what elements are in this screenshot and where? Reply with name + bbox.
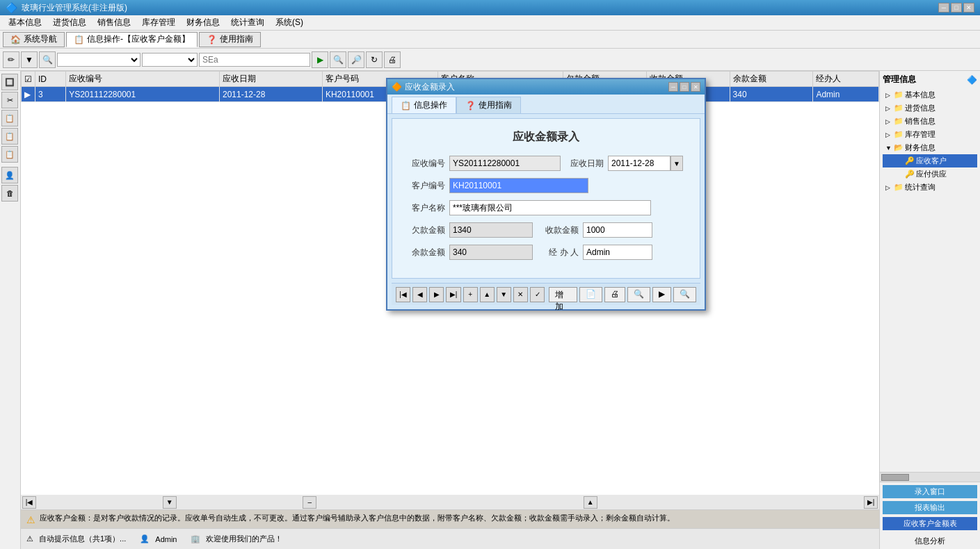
nav-next[interactable]: ▶: [429, 287, 444, 302]
sidebar-icon-2[interactable]: ✂: [1, 92, 18, 108]
action-search2[interactable]: 🔍: [673, 287, 696, 302]
edit-button[interactable]: ✏: [3, 51, 19, 68]
menu-bar: 基本信息 进货信息 销售信息 库存管理 财务信息 统计查询 系统(S): [0, 15, 980, 31]
sidebar-icon-1[interactable]: 🔲: [1, 74, 18, 90]
label-remainder: 余款金额: [406, 247, 445, 259]
modal-minimize[interactable]: ─: [668, 82, 678, 92]
title-controls: ─ □ ✕: [938, 3, 974, 13]
close-button[interactable]: ✕: [963, 3, 974, 13]
bottom-nav-minus[interactable]: –: [303, 496, 316, 509]
tree-inventory[interactable]: ▷ 📁 库存管理: [883, 128, 977, 141]
filter-dropdown1[interactable]: [57, 53, 140, 67]
modal-title-text: 应收金额录入: [405, 81, 455, 93]
input-receivable-code[interactable]: [449, 156, 561, 171]
minimize-button[interactable]: ─: [938, 3, 949, 13]
label-customer-no: 客户编号: [406, 180, 445, 192]
menu-purchase[interactable]: 进货信息: [47, 15, 92, 30]
menu-sales[interactable]: 销售信息: [92, 15, 136, 30]
filter-dropdown2[interactable]: [142, 53, 198, 67]
tree-basic-info[interactable]: ▷ 📁 基本信息: [883, 88, 977, 101]
app-title: 玻璃行业管理系统(非注册版): [22, 2, 127, 14]
nav-add[interactable]: +: [463, 287, 478, 302]
tree-stats[interactable]: ▷ 📁 统计查询: [883, 181, 977, 194]
play-button[interactable]: ▶: [312, 51, 328, 68]
tree-payable[interactable]: 🔑 应付供应: [883, 167, 977, 181]
nav-up[interactable]: ▲: [480, 287, 495, 302]
tree-finance[interactable]: ▼ 📂 财务信息: [883, 141, 977, 154]
nav-last[interactable]: ▶|: [446, 287, 460, 302]
bottom-nav-first[interactable]: |◀: [22, 496, 36, 509]
folder-icon-purchase: 📁: [894, 104, 903, 113]
menu-system[interactable]: 系统(S): [270, 15, 309, 30]
input-debt[interactable]: [449, 222, 533, 238]
tree-purchase[interactable]: ▷ 📁 进货信息: [883, 101, 977, 115]
menu-stats[interactable]: 统计查询: [225, 15, 270, 30]
action-print[interactable]: 🖨: [604, 287, 625, 302]
input-receivable-date[interactable]: [608, 156, 670, 171]
tree-label-stats: 统计查询: [905, 182, 935, 192]
input-received[interactable]: [583, 222, 652, 238]
tab-operations[interactable]: 📋 信息操作-【应收客户金额】: [66, 32, 198, 47]
h-scrollbar-thumb[interactable]: [881, 474, 909, 481]
tab-nav[interactable]: 🏠 系统导航: [3, 32, 65, 47]
search2-button[interactable]: 🔎: [348, 51, 364, 68]
table-area: ☑ ID 应收编号 应收日期 客户号码 客户名称 欠款金额 收款金额 余款金额 …: [21, 71, 879, 495]
sidebar-icon-3[interactable]: 📋: [1, 110, 18, 126]
menu-basic-info[interactable]: 基本信息: [3, 15, 47, 30]
app-window: 🔷 玻璃行业管理系统(非注册版) ─ □ ✕ 基本信息 进货信息 销售信息 库存…: [0, 0, 980, 549]
action-add[interactable]: 增加: [549, 287, 577, 302]
pay-icon: 🔑: [905, 170, 915, 179]
action-search[interactable]: 🔍: [627, 287, 650, 302]
tree-receivable[interactable]: 🔑 应收客户: [883, 154, 977, 167]
folder-icon-sales: 📁: [894, 117, 903, 126]
bottom-bar: ⚠ 自动提示信息（共1项）... 👤 Admin 🏢 欢迎使用我们的产品！: [21, 528, 879, 549]
btn-report-output[interactable]: 报表输出: [883, 501, 977, 514]
left-sidebar: 🔲 ✂ 📋 📋 📋 👤 🗑: [0, 71, 21, 549]
btn-receivable-table[interactable]: 应收客户金额表: [883, 517, 977, 530]
modal-title-icon: 🔶: [392, 82, 402, 92]
modal-tab-guide[interactable]: ❓ 使用指南: [456, 97, 521, 113]
h-scrollbar[interactable]: [880, 472, 980, 482]
action-play[interactable]: ▶: [652, 287, 671, 302]
action-doc[interactable]: 📄: [579, 287, 602, 302]
refresh-button[interactable]: ↻: [366, 51, 383, 68]
bottom-nav-up[interactable]: ▲: [584, 496, 597, 509]
bottom-nav-last[interactable]: ▶|: [864, 496, 878, 509]
tab-nav-icon: 🏠: [10, 35, 21, 44]
bottom-nav-center[interactable]: ▼: [163, 496, 177, 509]
modal-tab-operations[interactable]: 📋 信息操作: [392, 97, 456, 113]
input-customer-name[interactable]: [449, 200, 651, 215]
nav-prev[interactable]: ◀: [412, 287, 427, 302]
input-customer-no[interactable]: [449, 178, 588, 193]
form-row-custno: 客户编号: [406, 178, 686, 193]
maximize-button[interactable]: □: [951, 3, 962, 13]
tree-label-inventory: 库存管理: [905, 129, 935, 140]
modal-maximize[interactable]: □: [680, 82, 689, 92]
user-label: Admin: [155, 535, 177, 543]
menu-inventory[interactable]: 库存管理: [136, 15, 181, 30]
sidebar-icon-5[interactable]: 📋: [1, 146, 18, 163]
input-remainder[interactable]: [449, 245, 533, 260]
sidebar-icon-4[interactable]: 📋: [1, 128, 18, 145]
find-button[interactable]: 🔍: [330, 51, 346, 68]
search-button[interactable]: 🔍: [39, 51, 56, 68]
date-picker-button[interactable]: ▼: [670, 156, 683, 171]
sidebar-icon-7[interactable]: 🗑: [1, 185, 18, 202]
nav-first[interactable]: |◀: [396, 287, 410, 302]
modal-tab-guide-label: 使用指南: [479, 99, 512, 111]
btn-entry-window[interactable]: 录入窗口: [883, 485, 977, 498]
tree-label-finance: 财务信息: [905, 142, 935, 153]
search-input[interactable]: [199, 53, 310, 67]
tree-sales[interactable]: ▷ 📁 销售信息: [883, 115, 977, 128]
tree-label-sales: 销售信息: [905, 116, 935, 126]
nav-confirm[interactable]: ✓: [530, 287, 545, 302]
nav-cancel[interactable]: ✕: [513, 287, 528, 302]
menu-finance[interactable]: 财务信息: [181, 15, 225, 30]
print-button[interactable]: 🖨: [384, 51, 401, 68]
input-handler[interactable]: [583, 245, 652, 260]
modal-close[interactable]: ✕: [691, 82, 700, 92]
tab-guide[interactable]: ❓ 使用指南: [199, 32, 261, 47]
sidebar-icon-6[interactable]: 👤: [1, 167, 18, 183]
dropdown-toggle[interactable]: ▼: [21, 51, 38, 68]
nav-down[interactable]: ▼: [497, 287, 511, 302]
